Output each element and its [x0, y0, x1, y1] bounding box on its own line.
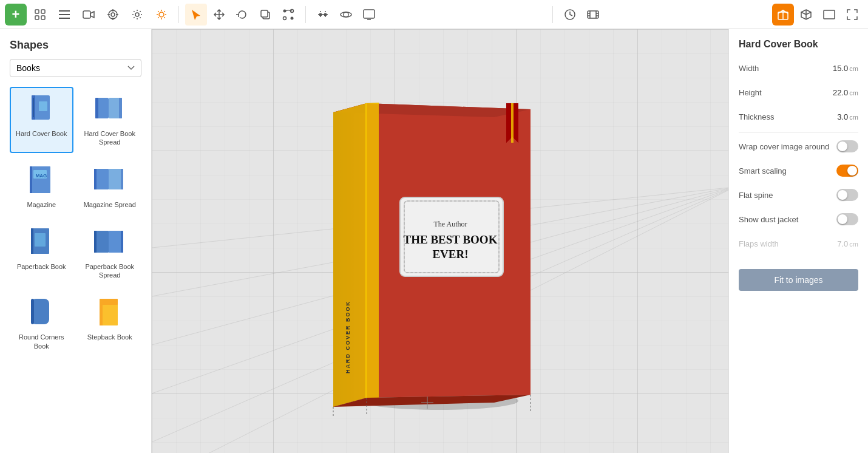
dust-jacket-toggle[interactable]: [836, 213, 858, 225]
svg-point-9: [111, 13, 115, 16]
svg-point-27: [344, 12, 348, 17]
svg-rect-55: [94, 169, 97, 189]
paperback-book-icon: [24, 226, 58, 260]
divider-1: [739, 132, 858, 133]
top-toolbar: +: [0, 0, 868, 29]
top-right-group: [772, 4, 863, 26]
thickness-row: Thickness 3.0 cm: [739, 108, 858, 125]
expand-button[interactable]: [841, 4, 863, 26]
flaps-width-row: Flaps width 7.0 cm: [739, 235, 858, 252]
svg-rect-29: [364, 10, 375, 18]
dust-jacket-row: Show dust jacket: [739, 211, 858, 228]
video-button[interactable]: [78, 4, 100, 26]
shape-label-hard-cover-book: Hard Cover Book: [16, 129, 67, 138]
svg-point-21: [283, 16, 287, 19]
shape-item-magazine[interactable]: MAG Magazine: [10, 158, 73, 215]
shape-item-stepback-book[interactable]: Stepback Book: [78, 290, 142, 356]
shape-label-paperback-book: Paperback Book: [17, 262, 66, 271]
thickness-value: 3.0: [837, 112, 848, 121]
flaps-width-value-group: 7.0 cm: [837, 239, 858, 248]
hard-cover-book-spread-icon: [93, 93, 127, 127]
paperback-book-spread-icon: [93, 226, 127, 260]
width-unit: cm: [849, 65, 858, 72]
clock-tool[interactable]: [559, 4, 581, 26]
svg-rect-101: [511, 103, 514, 143]
right-tools-group: [559, 4, 604, 26]
svg-rect-32: [588, 11, 598, 18]
duplicate-tool[interactable]: [254, 4, 276, 26]
shape-item-paperback-book-spread[interactable]: Paperback Book Spread: [78, 220, 142, 286]
svg-rect-17: [261, 10, 268, 17]
svg-rect-49: [119, 98, 122, 118]
svg-text:The Author: The Author: [434, 220, 467, 228]
flaps-width-value: 7.0: [837, 239, 848, 248]
svg-rect-7: [83, 11, 90, 18]
svg-point-8: [109, 10, 117, 19]
svg-rect-68: [100, 302, 103, 325]
shape-item-paperback-book[interactable]: Paperback Book: [10, 220, 73, 286]
target-button[interactable]: [102, 4, 124, 26]
svg-point-15: [159, 12, 164, 17]
shape-item-hard-cover-book-spread[interactable]: Hard Cover Book Spread: [78, 87, 142, 153]
shape-label-magazine: Magazine: [27, 200, 56, 209]
svg-rect-64: [121, 231, 123, 253]
svg-text:MAG: MAG: [36, 173, 47, 179]
svg-rect-45: [39, 101, 47, 111]
flaps-width-unit: cm: [849, 240, 858, 248]
sun-button[interactable]: [151, 4, 172, 26]
height-label: Height: [739, 88, 762, 97]
shapes-grid: Hard Cover Book Hard Cover Book Spread: [10, 87, 141, 356]
wrap-cover-toggle[interactable]: [836, 140, 858, 152]
rotate-tool[interactable]: [231, 4, 253, 26]
height-unit: cm: [849, 89, 858, 97]
path-tool[interactable]: [277, 4, 299, 26]
center-tools-group: [185, 4, 299, 26]
smart-scaling-toggle[interactable]: [836, 165, 858, 177]
dust-jacket-circle: [838, 214, 847, 224]
timeline-tool[interactable]: [312, 4, 334, 26]
rect-button[interactable]: [818, 4, 840, 26]
width-value: 15.0: [833, 64, 848, 73]
add-button[interactable]: +: [5, 4, 27, 26]
flat-spine-label: Flat spine: [739, 191, 773, 200]
screen-tool[interactable]: [358, 4, 380, 26]
shape-item-magazine-spread[interactable]: Magazine Spread: [78, 158, 142, 215]
category-dropdown[interactable]: Books Magazines Boxes Electronics: [10, 59, 141, 77]
thickness-label: Thickness: [739, 112, 775, 121]
wrap-cover-row: Wrap cover image around: [739, 138, 858, 155]
height-row: Height 22.0 cm: [739, 84, 858, 101]
main-content: Shapes Books Magazines Boxes Electronics…: [0, 29, 868, 453]
width-label: Width: [739, 64, 759, 73]
fit-to-images-button[interactable]: Fit to images: [739, 269, 858, 291]
smart-scaling-row: Smart scaling: [739, 162, 858, 179]
svg-rect-69: [100, 299, 118, 305]
shape-label-magazine-spread: Magazine Spread: [84, 200, 136, 209]
wrap-cover-circle: [838, 141, 847, 151]
shape-label-round-corners-book: Round Corners Book: [13, 333, 70, 350]
svg-text:EVER!: EVER!: [432, 248, 468, 261]
magazine-spread-icon: [93, 164, 127, 198]
smart-scaling-label: Smart scaling: [739, 166, 787, 175]
flat-spine-toggle[interactable]: [836, 189, 858, 201]
shape-item-round-corners-book[interactable]: Round Corners Book: [10, 290, 73, 356]
svg-rect-47: [95, 98, 98, 118]
shape-item-hard-cover-book[interactable]: Hard Cover Book: [10, 87, 73, 153]
sidebar-title: Shapes: [10, 39, 141, 52]
settings-button[interactable]: [126, 4, 148, 26]
select-tool[interactable]: [185, 4, 207, 26]
stepback-book-icon: [93, 296, 127, 330]
properties-panel: Hard Cover Book Width 15.0 cm Height 22.…: [728, 29, 868, 453]
svg-rect-59: [31, 228, 33, 254]
grid-button[interactable]: [29, 4, 51, 26]
svg-rect-57: [121, 169, 123, 189]
canvas-area[interactable]: The Author THE BEST BOOK EVER! HARD COVE…: [152, 29, 728, 453]
book-3d[interactable]: The Author THE BEST BOOK EVER! HARD COVE…: [300, 64, 555, 418]
box-orange-button[interactable]: [772, 4, 794, 26]
menu-button[interactable]: [53, 4, 75, 26]
toolbar-left-group: +: [5, 4, 172, 26]
orbit-tool[interactable]: [335, 4, 357, 26]
separator-1: [178, 6, 179, 23]
cube-button[interactable]: [795, 4, 817, 26]
film-tool[interactable]: [582, 4, 604, 26]
move-tool[interactable]: [208, 4, 230, 26]
